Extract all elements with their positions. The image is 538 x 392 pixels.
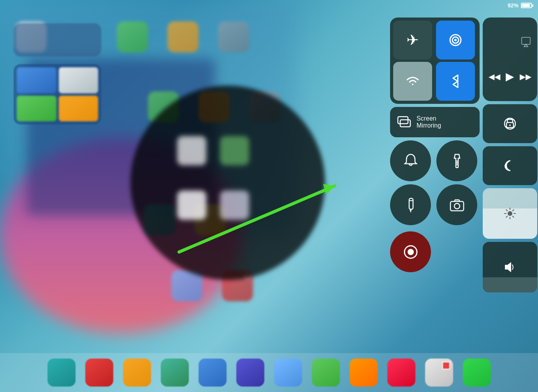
volume-fill (483, 277, 537, 292)
folder-icon-1 (17, 67, 56, 93)
brightness-icon (504, 207, 516, 220)
dock-icon-7[interactable] (274, 359, 302, 387)
alarm-button[interactable] (390, 140, 431, 181)
wifi-button[interactable] (393, 62, 432, 101)
svg-line-21 (513, 216, 514, 217)
svg-rect-6 (409, 198, 413, 209)
flashlight-icon (449, 153, 465, 169)
screen-mirroring-button[interactable]: Screen Mirroring (390, 107, 480, 137)
svg-line-22 (513, 210, 514, 211)
svg-rect-8 (450, 201, 464, 211)
airplane-icon: ✈ (406, 32, 419, 49)
svg-point-2 (454, 39, 457, 41)
folder-icon-3 (17, 96, 56, 122)
do-not-disturb-button[interactable] (483, 146, 537, 185)
inner-icon-3 (177, 191, 206, 220)
dock-icon-2[interactable] (85, 359, 113, 387)
airplay-area (488, 36, 532, 47)
svg-point-11 (408, 249, 414, 255)
camera-icon (449, 197, 465, 213)
pencil-icon (403, 197, 419, 213)
dock-icon-1[interactable] (47, 359, 76, 387)
now-playing-widget[interactable]: ◀◀ ▶ ▶▶ (483, 18, 537, 101)
screen-record-button[interactable] (390, 231, 431, 272)
dock-icon-10[interactable] (387, 359, 415, 387)
folder-icon-2 (59, 67, 98, 93)
battery-icon (521, 3, 533, 8)
camera-button[interactable] (436, 184, 477, 225)
orientation-lock-icon (502, 116, 518, 132)
dock-icon-11[interactable] (425, 359, 453, 387)
svg-line-20 (506, 210, 507, 211)
svg-line-23 (506, 216, 507, 217)
dock-icon-3[interactable] (123, 359, 151, 387)
status-bar: 92% (460, 0, 538, 11)
svg-point-14 (509, 124, 511, 126)
apple-pencil-button[interactable] (390, 184, 431, 225)
next-button[interactable]: ▶▶ (520, 72, 531, 81)
screen-mirroring-icon (397, 115, 411, 129)
bg-app-icon (218, 21, 249, 52)
dock-icon-6[interactable] (236, 359, 264, 387)
dock (0, 353, 538, 392)
control-center: ✈ (390, 18, 538, 292)
dock-icon-5[interactable] (199, 359, 227, 387)
center-content (121, 66, 335, 299)
inner-icon-2 (220, 136, 249, 165)
airplay-icon (520, 36, 532, 47)
screen-mirroring-text-line2: Mirroring (417, 122, 441, 129)
bell-icon (403, 153, 419, 169)
dock-icon-8[interactable] (312, 359, 340, 387)
folder-icon-4 (59, 96, 98, 122)
svg-point-9 (454, 203, 460, 209)
battery-tip (532, 4, 533, 7)
svg-point-15 (508, 211, 512, 216)
folder-widget (14, 64, 101, 124)
apple-silhouette (130, 86, 325, 280)
record-icon (401, 242, 420, 262)
bluetooth-icon (447, 73, 464, 90)
wifi-calling-button[interactable] (436, 21, 475, 60)
cc-connectivity-block: ✈ (390, 18, 480, 104)
volume-slider[interactable] (483, 242, 537, 292)
flashlight-button[interactable] (436, 140, 477, 181)
inner-icon-1 (177, 136, 206, 165)
play-button[interactable]: ▶ (506, 70, 514, 83)
orientation-lock-button[interactable] (483, 104, 537, 143)
bg-app-icon (167, 21, 199, 52)
wifi-icon (404, 73, 421, 90)
dock-icon-4[interactable] (161, 359, 189, 387)
battery-percent: 92% (508, 2, 519, 9)
bluetooth-button[interactable] (436, 62, 475, 101)
notification-widget (14, 23, 101, 56)
cc-left-column: ✈ (390, 18, 480, 292)
battery-fill (522, 4, 530, 7)
screen-mirroring-text-line1: Screen (417, 115, 441, 122)
wifi-calling-icon (447, 32, 464, 49)
dock-icon-9[interactable] (350, 359, 378, 387)
brightness-slider[interactable] (483, 188, 537, 239)
cc-right-column: ◀◀ ▶ ▶▶ (483, 18, 537, 292)
bg-placeholder (16, 204, 105, 235)
cc-bottom-icons (390, 140, 480, 225)
moon-icon (502, 158, 518, 174)
media-controls: ◀◀ ▶ ▶▶ (489, 70, 531, 83)
bg-app-icon (117, 21, 148, 52)
airplane-mode-button[interactable]: ✈ (393, 21, 432, 60)
dock-icon-12[interactable] (463, 359, 491, 387)
volume-icon (504, 261, 516, 273)
prev-button[interactable]: ◀◀ (489, 72, 500, 81)
battery-body (521, 3, 532, 8)
screen-mirroring-label: Screen Mirroring (417, 115, 441, 129)
inner-icon-4 (220, 191, 249, 220)
